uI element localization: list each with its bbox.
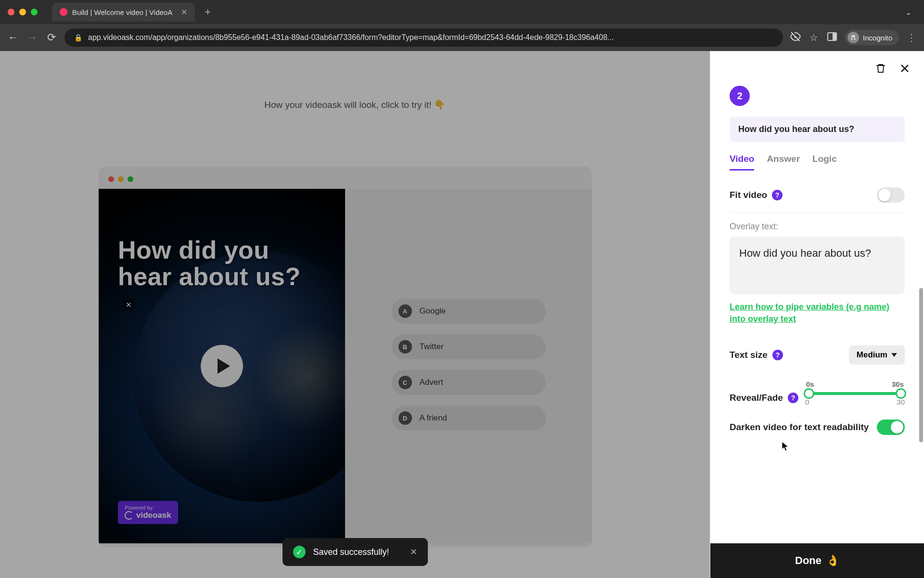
preview-answers-pane: A Google B Twitter C Advert <box>345 189 592 543</box>
powered-by-badge[interactable]: Powered by: videoask <box>118 501 178 524</box>
traffic-minimize-icon[interactable] <box>19 9 26 15</box>
slider-handle-start[interactable] <box>804 388 814 399</box>
browser-tabbar: Build | Welcome video | VideoA ✕ + ⌄ <box>0 0 924 24</box>
profile-label: Incognito <box>863 34 892 42</box>
choice-key: C <box>398 376 412 389</box>
help-icon[interactable]: ? <box>788 393 798 403</box>
step-settings-panel: 2 How did you hear about us? Video Answe… <box>710 51 924 578</box>
choice-key: D <box>398 411 412 425</box>
url-text: app.videoask.com/app/organizations/8b955… <box>88 33 614 42</box>
slider-end-value: 30s <box>892 380 904 388</box>
help-icon[interactable]: ? <box>772 350 783 360</box>
nav-forward-button[interactable]: → <box>26 31 38 44</box>
reveal-fade-label: Reveal/Fade <box>730 393 783 403</box>
tab-title: Build | Welcome video | VideoA <box>72 8 172 16</box>
overlay-text-label: Overlay text: <box>730 222 905 232</box>
reveal-fade-slider[interactable] <box>805 392 905 395</box>
tab-answer[interactable]: Answer <box>767 154 800 171</box>
kebab-menu-icon[interactable]: ⋮ <box>906 32 917 43</box>
editor-canvas: How your videoask will look, click to tr… <box>0 51 710 578</box>
traffic-zoom-icon[interactable] <box>31 9 38 15</box>
choice-option[interactable]: D A friend <box>392 406 546 431</box>
toast-saved: ✓ Saved successfully! ✕ <box>282 538 428 566</box>
slider-handle-end[interactable] <box>896 388 906 399</box>
slider-max: 30 <box>897 398 905 406</box>
preview-window[interactable]: How did you hear about us? ✕ Powered by:… <box>99 167 592 547</box>
tab-logic[interactable]: Logic <box>812 154 837 171</box>
traffic-close-icon[interactable] <box>8 9 14 15</box>
choice-key: B <box>398 340 412 354</box>
preview-video-pane[interactable]: How did you hear about us? ✕ Powered by:… <box>99 189 345 543</box>
overlay-clear-icon[interactable]: ✕ <box>123 298 135 311</box>
text-size-select[interactable]: Medium <box>849 345 905 365</box>
close-icon <box>899 63 911 74</box>
ok-hand-icon: 👌 <box>826 554 839 567</box>
new-tab-button[interactable]: + <box>205 6 211 18</box>
nav-reload-button[interactable]: ⟳ <box>45 31 58 44</box>
choice-option[interactable]: A Google <box>392 299 546 324</box>
scrollbar-thumb[interactable] <box>919 288 923 442</box>
duplicate-button[interactable] <box>851 63 862 74</box>
choice-option[interactable]: B Twitter <box>392 334 546 359</box>
eye-off-icon[interactable] <box>790 31 801 45</box>
question-title[interactable]: How did you hear about us? <box>730 117 905 142</box>
cursor-icon <box>782 441 789 452</box>
choice-label: Advert <box>420 378 443 387</box>
video-overlay-text: How did you hear about us? ✕ <box>118 237 316 316</box>
browser-tab[interactable]: Build | Welcome video | VideoA ✕ <box>52 3 195 22</box>
fit-video-label: Fit video <box>730 190 767 200</box>
delete-button[interactable] <box>875 63 886 74</box>
toast-text: Saved successfully! <box>313 547 389 557</box>
help-icon[interactable]: ? <box>772 190 783 200</box>
tab-video[interactable]: Video <box>730 154 754 171</box>
text-size-label: Text size <box>730 350 768 360</box>
fit-video-toggle[interactable] <box>877 187 905 203</box>
overlay-text-help-link[interactable]: Learn how to pipe variables (e.g name) i… <box>730 301 905 325</box>
window-traffic-lights <box>8 9 38 15</box>
browser-toolbar: ← → ⟳ 🔒 app.videoask.com/app/organizatio… <box>0 24 924 51</box>
tabs-overflow-icon[interactable]: ⌄ <box>905 8 911 17</box>
choice-key: A <box>398 304 412 318</box>
toast-close-icon[interactable]: ✕ <box>410 547 417 557</box>
preview-hint: How your videoask will look, click to tr… <box>0 99 710 110</box>
close-panel-button[interactable] <box>899 63 911 74</box>
profile-button[interactable]: Incognito <box>845 30 899 45</box>
address-bar[interactable]: 🔒 app.videoask.com/app/organizations/8b9… <box>64 28 783 47</box>
settings-tabs: Video Answer Logic <box>730 154 905 171</box>
check-icon: ✓ <box>293 546 306 558</box>
incognito-icon <box>847 32 859 43</box>
pointing-down-icon: 👇 <box>434 100 446 110</box>
slider-min: 0 <box>805 398 809 406</box>
choice-label: A friend <box>420 413 448 423</box>
preview-window-dots <box>99 176 592 189</box>
choice-label: Twitter <box>420 342 444 352</box>
trash-icon <box>875 63 886 74</box>
nav-back-button[interactable]: ← <box>7 31 19 44</box>
step-number-badge: 2 <box>730 86 750 106</box>
bookmark-star-icon[interactable]: ☆ <box>808 32 820 43</box>
lock-icon: 🔒 <box>74 34 82 41</box>
tab-favicon-icon <box>60 8 67 16</box>
darken-video-label: Darken video for text readability <box>730 422 869 433</box>
done-button[interactable]: Done 👌 <box>710 543 924 578</box>
panel-icon[interactable] <box>826 31 838 45</box>
tab-close-icon[interactable]: ✕ <box>181 8 187 17</box>
slider-start-value: 0s <box>806 380 814 388</box>
choice-label: Google <box>420 306 446 316</box>
darken-video-toggle[interactable] <box>877 420 905 435</box>
overlay-text-input[interactable]: How did you hear about us? <box>730 236 905 294</box>
svg-rect-1 <box>833 33 836 40</box>
choice-option[interactable]: C Advert <box>392 370 546 395</box>
play-button[interactable] <box>201 345 243 387</box>
